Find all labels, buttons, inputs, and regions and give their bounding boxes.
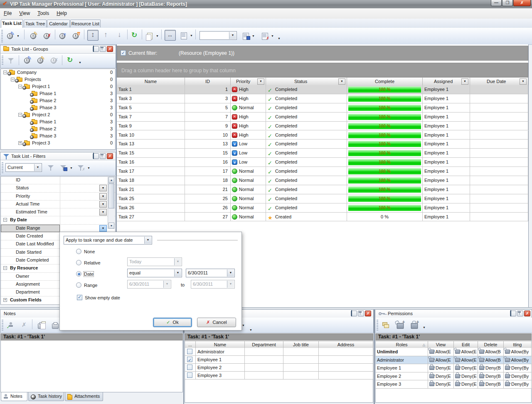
notes-toolbar-grip[interactable] [2,320,3,331]
menu-help[interactable]: Help [53,8,71,16]
task-row[interactable]: Task 99^High✓Completed100 %Employee 1 [117,122,528,131]
task-row[interactable]: Task 1010^High✓Completed100 %Employee 1 [117,131,528,140]
permission-row-unlimited[interactable]: Unlimited Allow(E Allow(E Allow(B Allow(… [376,348,531,356]
refresh-button[interactable]: ↻ [129,30,140,41]
tree-item-company[interactable]: −Company0 [1,69,115,76]
assign-column-name[interactable]: Name [196,341,245,348]
layout-list-button[interactable]: ▼ [178,30,190,41]
task-row[interactable]: Task 77^High✓Completed100 %Employee 1 [117,113,528,122]
assign-checkbox[interactable] [187,357,192,362]
assign-toolbar-arrow2-icon[interactable]: ▼ [249,328,252,331]
task-row[interactable]: Task 1616vLow✓Completed100 %Employee 1 [117,158,528,167]
task-row[interactable]: Task 2727Normal★Created0 %Employee 1 [117,213,528,222]
delete-task-button[interactable]: ✗ [42,30,53,41]
filters-scrollbar[interactable]: ▲▼ [108,177,115,229]
permissions-close-button[interactable]: ✗ [524,311,530,316]
assign-column-check[interactable]: ... [185,341,196,348]
task-row[interactable]: Task 11^High✓Completed100 %Employee 1 [117,85,528,94]
filter-preset-arrow[interactable]: ▼ [34,164,41,171]
scroll-up-icon[interactable]: ▲ [108,177,114,183]
radio-relative[interactable] [76,260,81,265]
permissions-toolbar-grip[interactable] [377,320,378,331]
assign-close-button[interactable]: ✗ [365,311,371,316]
groups-restore-button[interactable] [93,46,99,52]
group-by-bar[interactable]: Drag a column header here to group by th… [117,63,528,77]
notes-content[interactable] [0,340,183,392]
assign-row-employee-3[interactable]: Employee 3 [185,372,373,380]
column-header-complete[interactable]: Complete [347,78,423,86]
tree-item-phase-2[interactable]: Phase 23 [1,125,115,132]
notes-tab-notes[interactable]: Notes [1,392,27,401]
cancel-button[interactable]: ✗Cancel [197,318,236,327]
layout-clear-button[interactable]: ✗▼ [259,30,271,41]
groups-edit-button[interactable]: ✎ [35,55,46,66]
permission-row-employee-2[interactable]: Employee 2 Deny(E Deny(E Deny(B Deny(By [376,372,531,381]
copy-permissions-button[interactable] [380,320,391,330]
sort-ascending-button[interactable]: ↑ [101,30,112,41]
tree-item-project-3[interactable]: +Project 30 [1,140,115,147]
fit-columns-button[interactable]: ↔ [165,30,176,41]
perm-column-view[interactable]: View [428,341,454,348]
filter-row-actual-time[interactable]: Actual Time▼ [1,201,115,208]
date-value-arrow[interactable]: ▼ [227,269,234,277]
task-row[interactable]: Task 2525Normal✓Completed100 %Employee 1 [117,194,528,203]
filter-dropdown-icon[interactable]: ▼ [99,185,107,191]
assign-toolbar-arrow1-icon[interactable]: ▼ [242,324,245,327]
perm-column-tting-permissic[interactable]: tting permissic [504,341,532,348]
lock-button[interactable] [409,320,419,330]
new-task-button[interactable]: ✎▼ [5,30,16,41]
assign-checkbox[interactable] [187,372,192,378]
sort-descending-button[interactable]: ↓ [115,30,126,41]
radio-range-label[interactable]: Range [84,283,97,288]
menu-tools[interactable]: Tools [34,8,53,16]
radio-none-label[interactable]: None [84,249,95,254]
perm-column-roles[interactable]: Roles△ [376,341,428,348]
column-filter-icon[interactable]: ▼ [520,78,527,85]
assign-checkbox[interactable] [187,365,192,370]
task-row[interactable]: Task 1313vLow✓Completed100 %Employee 1 [117,140,528,149]
current-filter-checkbox[interactable] [121,50,126,56]
tree-item-phase-1[interactable]: Phase 13 [1,118,115,125]
toolbar-overflow-icon[interactable]: ▼ [278,37,281,40]
raise-priority-button[interactable]: ⇈ [71,30,82,41]
task-row[interactable]: Task 55Normal✓Completed100 %Employee 1 [117,103,528,113]
filter-dropdown-icon[interactable]: ▼ [99,193,107,200]
layout-combo-arrow[interactable]: ▼ [229,32,236,39]
task-row[interactable]: Task 33^High✓Completed100 %Employee 1 [117,94,528,103]
filter-dropdown-icon[interactable]: ▼ [99,209,107,215]
assign-checkbox[interactable] [187,349,192,354]
collapse-icon[interactable]: − [3,71,7,74]
column-header-status[interactable]: Status▼ [266,78,347,86]
column-filter-icon[interactable]: ▼ [257,78,264,85]
print-preview-button[interactable] [35,320,46,330]
tree-item-project-2[interactable]: −Project 20 [1,111,115,118]
column-header-due-date[interactable]: Due Date▼ [470,78,528,86]
notes-tab-attachments[interactable]: Attachments [65,392,103,401]
radio-range[interactable] [76,282,81,288]
expand-icon[interactable]: + [18,141,22,145]
tree-item-phase-3[interactable]: Phase 33 [1,132,115,140]
row-height-button[interactable]: ↕ [87,30,99,41]
radio-relative-label[interactable]: Relative [84,260,101,265]
apply-mode-arrow[interactable]: ▼ [144,237,151,244]
groups-filters-splitter[interactable] [0,150,116,152]
expand-icon[interactable]: + [3,298,7,302]
groups-toolbar-grip[interactable] [2,56,3,66]
show-empty-checkbox[interactable] [77,295,82,300]
filter-dropdown-icon[interactable]: ▼ [99,201,107,208]
permissions-restore-button[interactable] [510,311,516,316]
filters-restore-button[interactable] [93,153,99,159]
scrollbar-thumb[interactable] [108,184,114,208]
tree-item-phase-2[interactable]: Phase 23 [1,97,115,104]
groups-delete-button[interactable]: ✗ [49,55,59,66]
column-header-id[interactable]: ID [185,78,231,86]
perm-column-edit[interactable]: Edit [454,341,478,348]
groups-filter-button[interactable] [5,55,16,66]
tree-item-phase-3[interactable]: Phase 33 [1,104,115,111]
tab-calendar[interactable]: Calendar [47,20,70,27]
filters-pin-button[interactable] [100,153,106,159]
tree-item-phase-1[interactable]: Phase 13 [1,90,115,97]
filter-row-status[interactable]: Status▼ [1,184,115,192]
tab-task-tree[interactable]: Task Tree [24,20,47,27]
task-row[interactable]: Task 1515vLow✓Completed100 %Employee 1 [117,149,528,158]
